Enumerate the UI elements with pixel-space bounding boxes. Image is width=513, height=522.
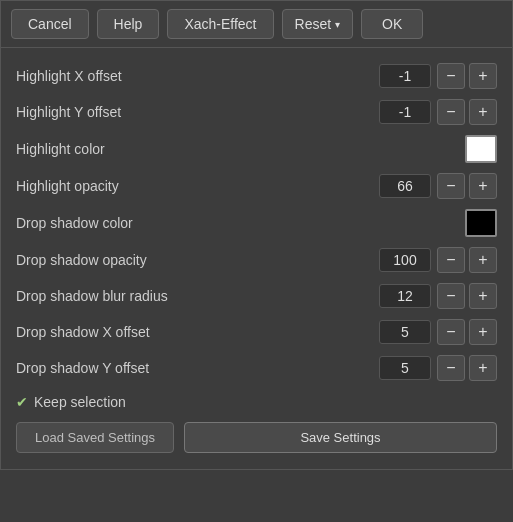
label-drop-shadow-opacity: Drop shadow opacity bbox=[16, 252, 379, 268]
value-highlight-y-offset[interactable] bbox=[379, 100, 431, 124]
value-drop-shadow-opacity[interactable] bbox=[379, 248, 431, 272]
stepper-highlight-x-offset: −+ bbox=[437, 63, 497, 89]
label-highlight-color: Highlight color bbox=[16, 141, 465, 157]
value-highlight-opacity[interactable] bbox=[379, 174, 431, 198]
label-highlight-x-offset: Highlight X offset bbox=[16, 68, 379, 84]
checkmark-icon: ✔ bbox=[16, 394, 28, 410]
reset-label: Reset bbox=[295, 16, 332, 32]
value-drop-shadow-blur[interactable] bbox=[379, 284, 431, 308]
keep-selection-label[interactable]: ✔ Keep selection bbox=[16, 394, 126, 410]
increment-drop-shadow-y[interactable]: + bbox=[469, 355, 497, 381]
increment-drop-shadow-blur[interactable]: + bbox=[469, 283, 497, 309]
stepper-highlight-y-offset: −+ bbox=[437, 99, 497, 125]
keep-selection-text: Keep selection bbox=[34, 394, 126, 410]
decrement-highlight-y-offset[interactable]: − bbox=[437, 99, 465, 125]
stepper-drop-shadow-blur: −+ bbox=[437, 283, 497, 309]
label-drop-shadow-x: Drop shadow X offset bbox=[16, 324, 379, 340]
increment-highlight-x-offset[interactable]: + bbox=[469, 63, 497, 89]
row-highlight-opacity: Highlight opacity−+ bbox=[16, 168, 497, 204]
color-swatch-highlight-color[interactable] bbox=[465, 135, 497, 163]
stepper-drop-shadow-y: −+ bbox=[437, 355, 497, 381]
stepper-drop-shadow-x: −+ bbox=[437, 319, 497, 345]
value-drop-shadow-x[interactable] bbox=[379, 320, 431, 344]
main-window: Cancel Help Xach-Effect Reset ▾ OK Highl… bbox=[0, 0, 513, 470]
increment-highlight-opacity[interactable]: + bbox=[469, 173, 497, 199]
decrement-drop-shadow-blur[interactable]: − bbox=[437, 283, 465, 309]
load-settings-button[interactable]: Load Saved Settings bbox=[16, 422, 174, 453]
action-buttons: Load Saved Settings Save Settings bbox=[16, 414, 497, 459]
toolbar: Cancel Help Xach-Effect Reset ▾ OK bbox=[1, 1, 512, 48]
settings-content: Highlight X offset−+Highlight Y offset−+… bbox=[1, 48, 512, 469]
decrement-drop-shadow-opacity[interactable]: − bbox=[437, 247, 465, 273]
value-highlight-x-offset[interactable] bbox=[379, 64, 431, 88]
row-drop-shadow-opacity: Drop shadow opacity−+ bbox=[16, 242, 497, 278]
value-drop-shadow-y[interactable] bbox=[379, 356, 431, 380]
increment-drop-shadow-x[interactable]: + bbox=[469, 319, 497, 345]
color-swatch-drop-shadow-color[interactable] bbox=[465, 209, 497, 237]
row-drop-shadow-y: Drop shadow Y offset−+ bbox=[16, 350, 497, 386]
label-highlight-y-offset: Highlight Y offset bbox=[16, 104, 379, 120]
label-drop-shadow-y: Drop shadow Y offset bbox=[16, 360, 379, 376]
decrement-highlight-x-offset[interactable]: − bbox=[437, 63, 465, 89]
stepper-highlight-opacity: −+ bbox=[437, 173, 497, 199]
reset-button[interactable]: Reset ▾ bbox=[282, 9, 354, 39]
row-drop-shadow-blur: Drop shadow blur radius−+ bbox=[16, 278, 497, 314]
keep-selection-row: ✔ Keep selection bbox=[16, 386, 497, 414]
row-drop-shadow-x: Drop shadow X offset−+ bbox=[16, 314, 497, 350]
chevron-down-icon: ▾ bbox=[335, 19, 340, 30]
cancel-button[interactable]: Cancel bbox=[11, 9, 89, 39]
increment-highlight-y-offset[interactable]: + bbox=[469, 99, 497, 125]
help-button[interactable]: Help bbox=[97, 9, 160, 39]
save-settings-button[interactable]: Save Settings bbox=[184, 422, 497, 453]
decrement-highlight-opacity[interactable]: − bbox=[437, 173, 465, 199]
decrement-drop-shadow-x[interactable]: − bbox=[437, 319, 465, 345]
xach-effect-button[interactable]: Xach-Effect bbox=[167, 9, 273, 39]
label-highlight-opacity: Highlight opacity bbox=[16, 178, 379, 194]
row-drop-shadow-color: Drop shadow color bbox=[16, 204, 497, 242]
increment-drop-shadow-opacity[interactable]: + bbox=[469, 247, 497, 273]
row-highlight-y-offset: Highlight Y offset−+ bbox=[16, 94, 497, 130]
stepper-drop-shadow-opacity: −+ bbox=[437, 247, 497, 273]
label-drop-shadow-blur: Drop shadow blur radius bbox=[16, 288, 379, 304]
row-highlight-color: Highlight color bbox=[16, 130, 497, 168]
ok-button[interactable]: OK bbox=[361, 9, 423, 39]
decrement-drop-shadow-y[interactable]: − bbox=[437, 355, 465, 381]
row-highlight-x-offset: Highlight X offset−+ bbox=[16, 58, 497, 94]
label-drop-shadow-color: Drop shadow color bbox=[16, 215, 465, 231]
